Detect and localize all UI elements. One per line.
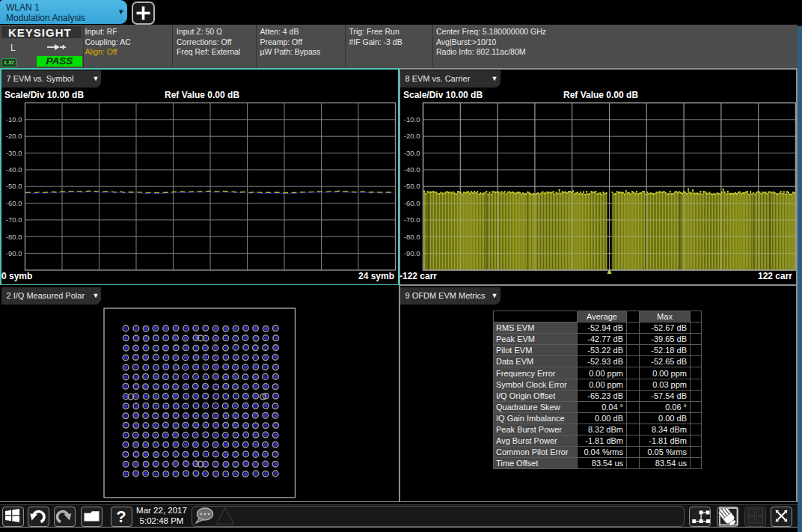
svg-text:?: ?: [116, 507, 126, 526]
svg-text:-90.0: -90.0: [404, 249, 420, 257]
svg-text:-40.0: -40.0: [404, 165, 420, 174]
svg-text:-80.0: -80.0: [404, 233, 420, 241]
svg-text:-20.0: -20.0: [404, 132, 420, 140]
svg-text:-30.0: -30.0: [404, 149, 420, 157]
svg-text:-10.0: -10.0: [404, 115, 420, 123]
svg-text:-70.0: -70.0: [404, 215, 420, 224]
svg-text:-50.0: -50.0: [404, 182, 420, 190]
svg-text:-60.0: -60.0: [404, 199, 420, 207]
